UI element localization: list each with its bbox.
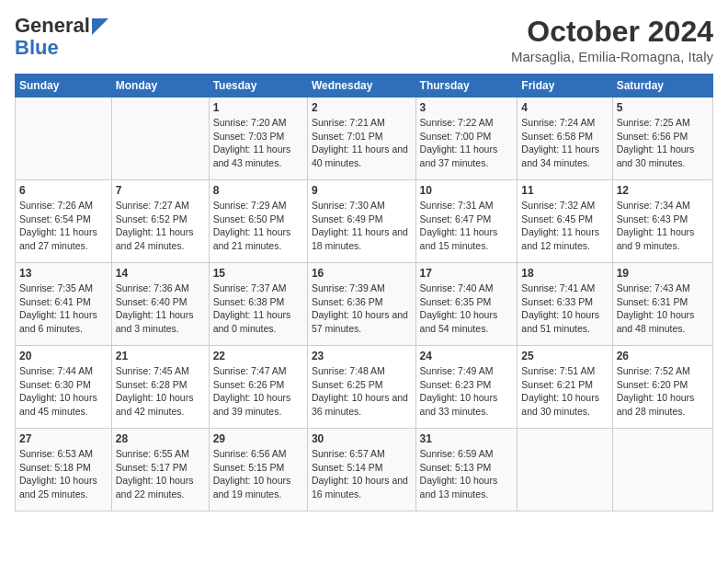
calendar-cell [111,98,209,180]
day-info: Sunrise: 6:56 AM Sunset: 5:15 PM Dayligh… [213,447,303,501]
day-number: 10 [420,184,514,197]
day-info: Sunrise: 7:52 AM Sunset: 6:20 PM Dayligh… [617,364,709,419]
day-info: Sunrise: 7:22 AM Sunset: 7:00 PM Dayligh… [420,116,514,170]
calendar-cell: 16Sunrise: 7:39 AM Sunset: 6:36 PM Dayli… [307,263,415,346]
calendar-week-2: 6Sunrise: 7:26 AM Sunset: 6:54 PM Daylig… [16,180,713,263]
day-info: Sunrise: 6:55 AM Sunset: 5:17 PM Dayligh… [116,447,205,501]
day-number: 8 [213,184,303,197]
day-info: Sunrise: 7:40 AM Sunset: 6:35 PM Dayligh… [420,282,514,336]
month-title: October 2024 [511,15,713,49]
day-info: Sunrise: 7:48 AM Sunset: 6:25 PM Dayligh… [312,364,412,419]
day-info: Sunrise: 7:32 AM Sunset: 6:45 PM Dayligh… [521,199,608,253]
day-info: Sunrise: 6:59 AM Sunset: 5:13 PM Dayligh… [420,447,514,501]
col-tuesday: Tuesday [209,75,307,98]
day-number: 20 [19,350,108,362]
day-info: Sunrise: 7:51 AM Sunset: 6:21 PM Dayligh… [521,364,608,419]
calendar-cell: 19Sunrise: 7:43 AM Sunset: 6:31 PM Dayli… [612,263,712,346]
day-info: Sunrise: 7:25 AM Sunset: 6:56 PM Dayligh… [617,116,709,170]
day-number: 4 [521,101,608,114]
day-number: 9 [312,184,412,197]
day-number: 26 [617,350,709,362]
day-number: 16 [312,267,412,280]
day-info: Sunrise: 7:39 AM Sunset: 6:36 PM Dayligh… [312,282,412,336]
day-info: Sunrise: 7:49 AM Sunset: 6:23 PM Dayligh… [420,364,514,419]
day-number: 28 [116,432,205,445]
logo-general: General [15,15,90,37]
calendar-cell: 15Sunrise: 7:37 AM Sunset: 6:38 PM Dayli… [209,263,307,346]
day-number: 15 [213,267,303,280]
day-info: Sunrise: 7:24 AM Sunset: 6:58 PM Dayligh… [521,116,608,170]
calendar-cell: 4Sunrise: 7:24 AM Sunset: 6:58 PM Daylig… [518,98,612,180]
day-info: Sunrise: 7:36 AM Sunset: 6:40 PM Dayligh… [116,282,205,336]
calendar-body: 1Sunrise: 7:20 AM Sunset: 7:03 PM Daylig… [16,98,713,511]
day-number: 18 [521,267,608,280]
day-info: Sunrise: 7:45 AM Sunset: 6:28 PM Dayligh… [116,364,205,419]
title-section: October 2024 Marsaglia, Emilia-Romagna, … [511,15,713,64]
day-info: Sunrise: 7:47 AM Sunset: 6:26 PM Dayligh… [213,364,303,419]
logo-arrow-icon [92,18,108,35]
calendar-cell: 18Sunrise: 7:41 AM Sunset: 6:33 PM Dayli… [518,263,612,346]
col-monday: Monday [111,75,209,98]
calendar-cell: 20Sunrise: 7:44 AM Sunset: 6:30 PM Dayli… [16,346,112,429]
day-number: 22 [213,350,303,362]
calendar-cell: 31Sunrise: 6:59 AM Sunset: 5:13 PM Dayli… [415,429,518,511]
calendar-table: Sunday Monday Tuesday Wednesday Thursday… [15,74,713,511]
day-number: 1 [213,101,303,114]
day-number: 31 [420,432,514,445]
day-info: Sunrise: 7:34 AM Sunset: 6:43 PM Dayligh… [617,199,709,253]
col-saturday: Saturday [612,75,712,98]
day-info: Sunrise: 7:35 AM Sunset: 6:41 PM Dayligh… [19,282,108,336]
day-number: 23 [312,350,412,362]
day-info: Sunrise: 7:43 AM Sunset: 6:31 PM Dayligh… [617,282,709,336]
calendar-cell [518,429,612,511]
day-number: 6 [19,184,108,197]
day-number: 17 [420,267,514,280]
day-number: 19 [617,267,709,280]
calendar-week-3: 13Sunrise: 7:35 AM Sunset: 6:41 PM Dayli… [16,263,713,346]
day-number: 30 [312,432,412,445]
calendar-cell: 2Sunrise: 7:21 AM Sunset: 7:01 PM Daylig… [307,98,415,180]
day-number: 14 [116,267,205,280]
calendar-cell: 17Sunrise: 7:40 AM Sunset: 6:35 PM Dayli… [415,263,518,346]
col-wednesday: Wednesday [307,75,415,98]
calendar-cell: 23Sunrise: 7:48 AM Sunset: 6:25 PM Dayli… [307,346,415,429]
logo-blue: Blue [15,37,59,59]
day-number: 29 [213,432,303,445]
calendar-header: Sunday Monday Tuesday Wednesday Thursday… [16,75,713,98]
calendar-cell: 21Sunrise: 7:45 AM Sunset: 6:28 PM Dayli… [111,346,209,429]
day-info: Sunrise: 6:53 AM Sunset: 5:18 PM Dayligh… [19,447,108,501]
calendar-week-1: 1Sunrise: 7:20 AM Sunset: 7:03 PM Daylig… [16,98,713,180]
calendar-cell: 25Sunrise: 7:51 AM Sunset: 6:21 PM Dayli… [518,346,612,429]
day-number: 11 [521,184,608,197]
calendar-cell: 6Sunrise: 7:26 AM Sunset: 6:54 PM Daylig… [16,180,112,263]
calendar-cell: 26Sunrise: 7:52 AM Sunset: 6:20 PM Dayli… [612,346,712,429]
day-info: Sunrise: 7:29 AM Sunset: 6:50 PM Dayligh… [213,199,303,253]
day-number: 2 [312,101,412,114]
calendar-cell: 30Sunrise: 6:57 AM Sunset: 5:14 PM Dayli… [307,429,415,511]
day-info: Sunrise: 7:30 AM Sunset: 6:49 PM Dayligh… [312,199,412,253]
calendar-cell: 14Sunrise: 7:36 AM Sunset: 6:40 PM Dayli… [111,263,209,346]
day-info: Sunrise: 7:20 AM Sunset: 7:03 PM Dayligh… [213,116,303,170]
day-info: Sunrise: 7:31 AM Sunset: 6:47 PM Dayligh… [420,199,514,253]
day-number: 3 [420,101,514,114]
calendar-cell: 8Sunrise: 7:29 AM Sunset: 6:50 PM Daylig… [209,180,307,263]
day-info: Sunrise: 7:27 AM Sunset: 6:52 PM Dayligh… [116,199,205,253]
logo: General Blue [15,15,108,59]
header-row: Sunday Monday Tuesday Wednesday Thursday… [16,75,713,98]
day-number: 25 [521,350,608,362]
calendar-cell: 3Sunrise: 7:22 AM Sunset: 7:00 PM Daylig… [415,98,518,180]
calendar-cell: 5Sunrise: 7:25 AM Sunset: 6:56 PM Daylig… [612,98,712,180]
calendar-cell: 28Sunrise: 6:55 AM Sunset: 5:17 PM Dayli… [111,429,209,511]
calendar-cell: 24Sunrise: 7:49 AM Sunset: 6:23 PM Dayli… [415,346,518,429]
location: Marsaglia, Emilia-Romagna, Italy [511,49,713,64]
day-info: Sunrise: 6:57 AM Sunset: 5:14 PM Dayligh… [312,447,412,501]
day-info: Sunrise: 7:21 AM Sunset: 7:01 PM Dayligh… [312,116,412,170]
calendar-cell: 7Sunrise: 7:27 AM Sunset: 6:52 PM Daylig… [111,180,209,263]
calendar-cell: 27Sunrise: 6:53 AM Sunset: 5:18 PM Dayli… [16,429,112,511]
calendar-cell: 29Sunrise: 6:56 AM Sunset: 5:15 PM Dayli… [209,429,307,511]
calendar-cell [612,429,712,511]
calendar-cell: 12Sunrise: 7:34 AM Sunset: 6:43 PM Dayli… [612,180,712,263]
col-friday: Friday [518,75,612,98]
calendar-cell: 22Sunrise: 7:47 AM Sunset: 6:26 PM Dayli… [209,346,307,429]
calendar-week-4: 20Sunrise: 7:44 AM Sunset: 6:30 PM Dayli… [16,346,713,429]
